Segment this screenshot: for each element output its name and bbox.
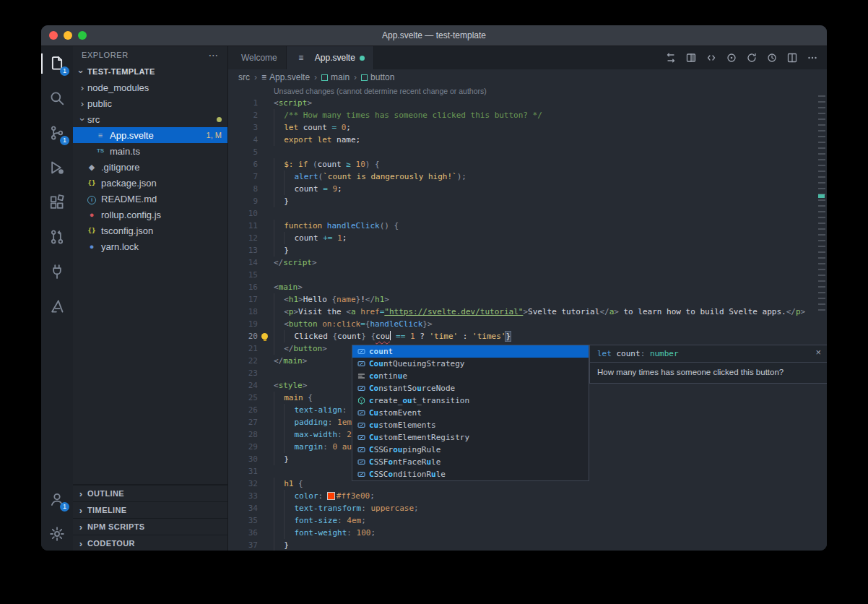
line-number[interactable]: 18 [228,306,274,318]
code-line[interactable]: 16<main> [228,281,827,293]
line-number[interactable]: 6 [228,158,274,171]
line-number[interactable]: 32 [228,478,274,490]
line-number[interactable]: 21 [228,342,274,355]
sidebar-section-outline[interactable]: ›OUTLINE [73,485,227,501]
code-line[interactable]: 34text-transform: uppercase; [228,502,827,514]
suggest-item-countqueuingstrategy[interactable]: CountQueuingStrategy [352,358,589,370]
split-editor-button[interactable] [783,49,801,66]
code-line[interactable]: 18<p>Visit the <a href="https://svelte.d… [228,306,827,318]
line-number[interactable]: 30 [228,453,274,465]
line-number[interactable]: 17 [228,293,274,306]
line-number[interactable]: 28 [228,428,274,441]
activity-bar-item-search[interactable] [41,81,73,116]
code-line[interactable]: 3let count = 0; [228,121,827,134]
line-number[interactable]: 31 [228,465,274,478]
activity-bar-item-azure[interactable] [41,289,73,324]
more-actions-button[interactable] [803,49,821,66]
line-number[interactable]: 8 [228,183,274,195]
history-button[interactable] [763,49,781,66]
suggest-item-cssgroupingrule[interactable]: CSSGroupingRule [352,444,589,456]
line-number[interactable]: 23 [228,367,274,379]
breadcrumb-item-src[interactable]: src [238,72,250,82]
activity-bar-item-remote-explorer[interactable] [41,254,73,289]
tree-file-yarn-lock[interactable]: ●yarn.lock [73,238,227,254]
activity-bar-item-github-pull-requests[interactable] [41,220,73,254]
line-number[interactable]: 19 [228,318,274,330]
suggest-item-cssfontfacerule[interactable]: CSSFontFaceRule [352,456,589,468]
line-number[interactable]: 1 [228,97,274,109]
code-line[interactable]: 11function handleClick() { [228,220,827,232]
suggest-item-customelementregistry[interactable]: CustomElementRegistry [352,431,589,444]
code-line[interactable]: 35font-size: 4em; [228,514,827,527]
line-number[interactable]: 25 [228,392,274,404]
line-number[interactable]: 24 [228,379,274,392]
activity-bar-item-run-and-debug[interactable] [41,150,73,185]
line-number[interactable]: 33 [228,490,274,502]
code-line[interactable]: 15 [228,269,827,281]
code-line[interactable]: 37} [228,539,827,551]
line-number[interactable]: 29 [228,441,274,453]
tree-file--gitignore[interactable]: ◆.gitignore [73,159,227,175]
line-number[interactable]: 35 [228,514,274,527]
tree-file-rollup-config-js[interactable]: ●rollup.config.js [73,207,227,223]
minimap[interactable] [817,85,827,551]
zoom-button[interactable] [78,31,87,40]
code-line[interactable]: 8count = 9; [228,183,827,195]
line-number[interactable]: 2 [228,109,274,121]
breadcrumb-item-button[interactable]: button [361,72,394,82]
tree-folder-src[interactable]: ›src [73,111,227,127]
suggest-item-count[interactable]: count [352,345,589,358]
line-number[interactable]: 16 [228,281,274,293]
tree-file-readme-md[interactable]: iREADME.md [73,191,227,207]
activity-bar-item-source-control[interactable]: 1 [41,116,73,150]
line-number[interactable]: 15 [228,269,274,281]
unsaved-dot[interactable] [360,56,365,61]
explorer-more-actions-icon[interactable]: ⋯ [208,49,219,61]
line-number[interactable]: 10 [228,207,274,220]
close-icon[interactable]: × [815,347,821,358]
suggest-item-customelements[interactable]: customElements [352,419,589,431]
code-line[interactable]: 14</script> [228,256,827,269]
lightbulb-icon[interactable] [261,333,268,340]
line-number[interactable]: 36 [228,527,274,539]
line-number[interactable]: 3 [228,121,274,134]
sidebar-section-npm-scripts[interactable]: ›NPM SCRIPTS [73,518,227,535]
code-line[interactable]: 36font-weight: 100; [228,527,827,539]
workspace-root-row[interactable]: › TEST-TEMPLATE [73,64,227,79]
activity-bar-item-explorer[interactable]: 1 [41,46,73,81]
line-number[interactable]: 13 [228,244,274,256]
navigate-chevrons-button[interactable] [702,49,720,66]
line-number[interactable]: 22 [228,355,274,367]
open-preview-button[interactable] [682,49,700,66]
code-line[interactable]: 6$: if (count ≥ 10) { [228,158,827,171]
code-line[interactable]: 4export let name; [228,134,827,146]
code-line[interactable]: 17<h1>Hello {name}!</h1> [228,293,827,306]
code-line[interactable]: 1<script> [228,97,827,109]
code-line[interactable]: 10 [228,207,827,220]
compare-changes-button[interactable] [661,49,680,66]
titlebar[interactable]: App.svelte — test-template [41,25,827,46]
tree-file-app-svelte[interactable]: ≡App.svelte1, M [73,127,227,143]
activity-bar-item-settings[interactable] [41,517,73,551]
sidebar-section-codetour[interactable]: ›CODETOUR [73,535,227,551]
line-number[interactable]: 12 [228,232,274,244]
minimize-button[interactable] [64,31,72,40]
tree-file-package-json[interactable]: {}package.json [73,175,227,191]
line-number[interactable]: 7 [228,171,274,183]
code-line[interactable]: 33color: #ff3e00; [228,490,827,502]
breadcrumb-item-app-svelte[interactable]: ≡App.svelte [261,72,310,82]
tree-file-tsconfig-json[interactable]: {}tsconfig.json [73,223,227,238]
suggest-item-cssconditionrule[interactable]: CSSConditionRule [352,468,589,480]
line-number[interactable]: 26 [228,404,274,416]
line-number[interactable]: 27 [228,416,274,428]
line-number[interactable]: 5 [228,146,274,158]
line-number[interactable]: 14 [228,256,274,269]
code-line[interactable]: 19<button on:click={handleClick}> [228,318,827,330]
tree-file-main-ts[interactable]: TSmain.ts [73,143,227,159]
breadcrumb-item-main[interactable]: main [321,72,350,82]
suggest-item-constantsourcenode[interactable]: ConstantSourceNode [352,382,589,394]
target-button[interactable] [722,49,740,66]
code-editor[interactable]: Unsaved changes (cannot determine recent… [228,85,827,551]
close-button[interactable] [49,31,58,40]
tree-folder-public[interactable]: ›public [73,95,227,111]
